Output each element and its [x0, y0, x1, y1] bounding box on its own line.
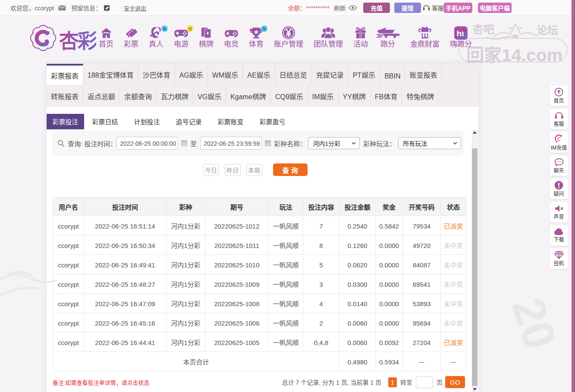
- svg-text:C: C: [557, 136, 561, 141]
